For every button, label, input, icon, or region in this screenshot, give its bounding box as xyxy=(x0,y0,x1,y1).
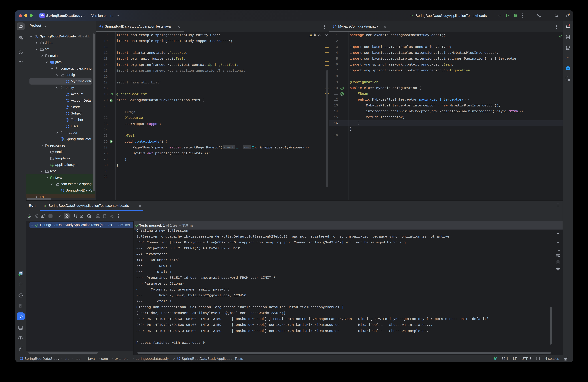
svg-text:C: C xyxy=(100,25,102,28)
svg-text:?: ? xyxy=(21,38,22,40)
svg-text:C: C xyxy=(62,189,63,192)
svg-text:C: C xyxy=(66,80,68,83)
svg-text:C: C xyxy=(66,106,68,108)
svg-text:C: C xyxy=(66,119,68,121)
svg-text:C: C xyxy=(178,357,179,360)
svg-text:C: C xyxy=(66,99,68,102)
svg-text:C: C xyxy=(66,112,68,115)
svg-text:C: C xyxy=(66,93,68,96)
svg-text:C: C xyxy=(66,125,68,128)
svg-text:C: C xyxy=(334,25,336,28)
